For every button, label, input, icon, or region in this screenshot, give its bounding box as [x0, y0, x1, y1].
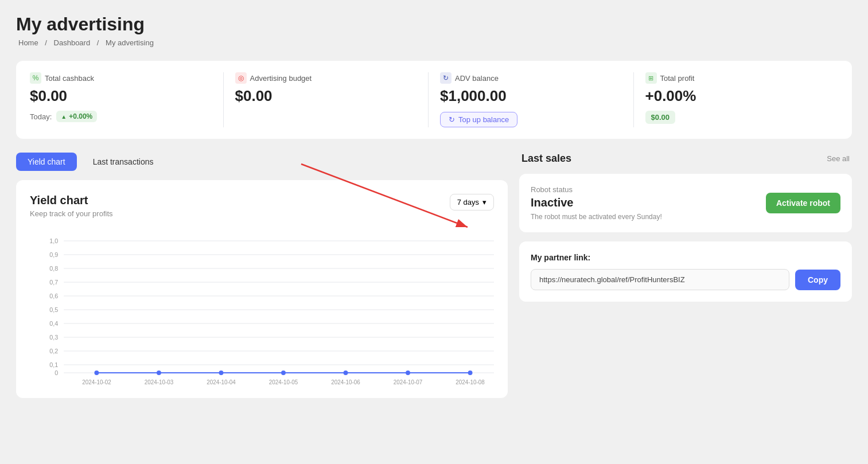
stat-profit: ⊞ Total profit +0.00% $0.00	[634, 72, 839, 127]
profit-icon: ⊞	[645, 72, 657, 84]
svg-point-24	[219, 371, 224, 375]
chart-subtitle: Keep track of your profits	[30, 209, 113, 218]
top-up-button[interactable]: ↻ Top up balance	[440, 112, 517, 127]
budget-value: $0.00	[235, 87, 417, 105]
svg-text:0,2: 0,2	[49, 348, 58, 354]
period-select[interactable]: 7 days ▾	[450, 194, 494, 210]
budget-icon: ◎	[235, 72, 247, 84]
chevron-down-icon: ▾	[482, 198, 486, 206]
chart-title: Yield chart	[30, 194, 113, 207]
copy-button[interactable]: Copy	[795, 270, 840, 290]
cashback-label: Total cashback	[45, 74, 94, 83]
svg-text:2024-10-03: 2024-10-03	[145, 379, 174, 384]
page-title: My advertising	[16, 14, 852, 35]
breadcrumb-dashboard[interactable]: Dashboard	[54, 38, 91, 47]
robot-status-label: Robot status	[531, 185, 662, 194]
cashback-today-badge: ▲ +0.00%	[56, 111, 97, 122]
see-all-link[interactable]: See all	[827, 154, 850, 163]
balance-value: $1,000.00	[440, 87, 622, 105]
cashback-icon: %	[30, 72, 41, 84]
svg-text:0: 0	[55, 369, 58, 376]
last-sales-title: Last sales	[521, 153, 571, 165]
svg-text:2024-10-06: 2024-10-06	[331, 379, 360, 384]
breadcrumb: Home / Dashboard / My advertising	[16, 38, 852, 47]
profit-label: Total profit	[660, 74, 695, 83]
svg-text:2024-10-07: 2024-10-07	[394, 379, 423, 384]
svg-point-28	[468, 371, 473, 375]
top-up-icon: ↻	[449, 115, 455, 124]
breadcrumb-current: My advertising	[106, 38, 154, 47]
budget-label: Advertising budget	[250, 74, 312, 83]
svg-text:0,8: 0,8	[49, 265, 58, 272]
partner-link-input[interactable]	[531, 269, 789, 290]
tab-last-transactions[interactable]: Last transactions	[81, 153, 165, 171]
svg-text:2024-10-08: 2024-10-08	[456, 379, 485, 384]
today-label: Today:	[30, 112, 52, 121]
svg-point-27	[406, 371, 410, 375]
period-label: 7 days	[457, 198, 479, 206]
partner-card: My partner link: Copy	[519, 241, 852, 302]
svg-text:0,6: 0,6	[49, 293, 58, 299]
svg-point-23	[157, 371, 161, 375]
svg-point-25	[281, 371, 286, 375]
svg-point-22	[94, 371, 99, 375]
activate-robot-button[interactable]: Activate robot	[766, 193, 840, 213]
svg-text:2024-10-05: 2024-10-05	[269, 379, 298, 384]
svg-text:2024-10-04: 2024-10-04	[207, 379, 236, 384]
svg-text:0,9: 0,9	[49, 251, 58, 258]
chart-area: 1,0 0,9 0,8 0,7 0,6 0,5 0,4 0,3	[30, 235, 494, 384]
svg-text:0,5: 0,5	[49, 306, 58, 313]
profit-value: +0.00%	[645, 87, 827, 105]
main-layout: Yield chart Last transactions Yield char…	[16, 153, 852, 398]
robot-note: The robot must be activated every Sunday…	[531, 213, 662, 221]
breadcrumb-home[interactable]: Home	[18, 38, 38, 47]
svg-text:1,0: 1,0	[49, 237, 58, 244]
stat-balance: ↻ ADV balance $1,000.00 ↻ Top up balance	[429, 72, 634, 127]
svg-text:0,4: 0,4	[49, 320, 58, 327]
svg-text:2024-10-02: 2024-10-02	[82, 379, 111, 384]
cashback-value: $0.00	[30, 87, 212, 105]
balance-label: ADV balance	[455, 74, 499, 83]
stat-budget: ◎ Advertising budget $0.00	[224, 72, 429, 127]
svg-text:0,3: 0,3	[49, 334, 58, 341]
tabs: Yield chart Last transactions	[16, 153, 508, 171]
chart-card: Yield chart Keep track of your profits 7…	[16, 180, 508, 398]
left-panel: Yield chart Last transactions Yield char…	[16, 153, 508, 398]
balance-icon: ↻	[440, 72, 451, 84]
partner-label: My partner link:	[531, 253, 840, 262]
svg-text:0,1: 0,1	[49, 361, 58, 368]
yield-chart-svg: 1,0 0,9 0,8 0,7 0,6 0,5 0,4 0,3	[30, 235, 494, 384]
svg-point-26	[344, 371, 348, 375]
svg-text:0,7: 0,7	[49, 279, 58, 286]
top-up-label: Top up balance	[458, 115, 509, 124]
profit-badge: $0.00	[645, 111, 676, 124]
stat-cashback: % Total cashback $0.00 Today: ▲ +0.00%	[30, 72, 224, 127]
robot-status-value: Inactive	[531, 196, 662, 209]
right-panel: Last sales See all Robot status Inactive…	[519, 153, 852, 302]
robot-card: Robot status Inactive The robot must be …	[519, 174, 852, 232]
stats-card: % Total cashback $0.00 Today: ▲ +0.00% ◎…	[16, 61, 852, 139]
tab-yield-chart[interactable]: Yield chart	[16, 153, 77, 171]
last-sales-header: Last sales See all	[519, 153, 852, 165]
